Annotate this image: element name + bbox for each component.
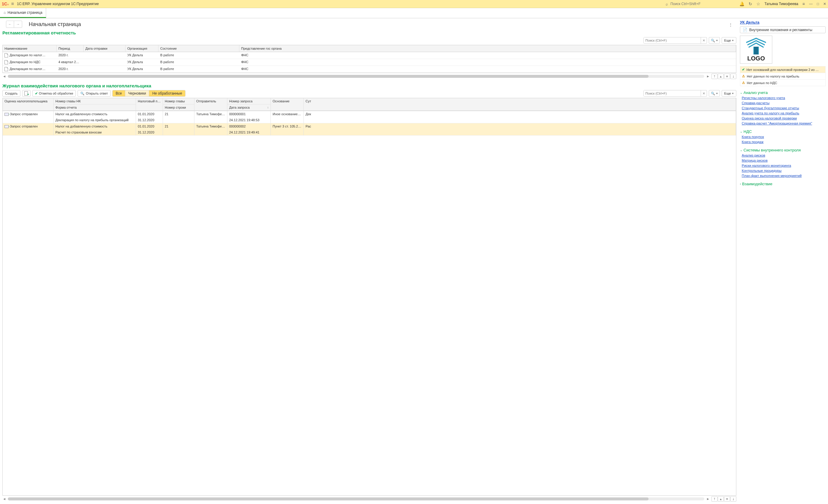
sidebar-link[interactable]: Стандартные бухгалтерские отчеты (742, 106, 826, 110)
sidebar-link[interactable]: Книга покупок (742, 135, 826, 139)
folder-icon: 📄 (743, 28, 747, 32)
reports-search-clear[interactable]: ✕ (701, 37, 707, 43)
notifications-icon[interactable]: 🔔 (739, 1, 744, 6)
copy-button[interactable] (22, 90, 31, 97)
journal-search-input[interactable] (644, 90, 701, 96)
sidebar-link[interactable]: Матрица рисков (742, 158, 826, 162)
table-row[interactable]: Декларация по НДС4 квартал 2…УК ДельтаВ … (3, 59, 736, 66)
col-gov[interactable]: Представление гос органа (239, 45, 736, 52)
status-row[interactable]: ⚠ Нет данных по НДС (740, 80, 825, 86)
check-icon: ✔ (35, 92, 38, 95)
username-label[interactable]: Татьяна Тимофеева (764, 2, 798, 6)
col-report-form[interactable]: Форма отчета (54, 104, 136, 111)
create-button[interactable]: Создать (2, 90, 20, 97)
window-close[interactable]: ✕ (823, 2, 826, 6)
table-row[interactable]: Запрос отправленНалог на добавленную сто… (3, 111, 736, 123)
journal-filter-button[interactable]: 🔍▾ (709, 90, 720, 97)
journal-hscrollbar[interactable] (8, 497, 704, 500)
svg-marker-5 (758, 47, 759, 54)
col-name[interactable]: Наименование (3, 45, 56, 52)
table-row[interactable]: Запрос отправленНалог на добавленную сто… (3, 123, 736, 136)
internal-docs-button[interactable]: 📄 Внутренние положения и регламенты (740, 26, 826, 33)
journal-more-button[interactable]: Еще▾ (722, 90, 736, 97)
seg-drafts[interactable]: Черновики (125, 90, 150, 96)
page-menu-icon[interactable]: ⋮ (729, 22, 733, 27)
reports-more-button[interactable]: Еще ▾ (722, 37, 736, 44)
col-state[interactable]: Состояние (159, 45, 239, 52)
group-analysis-toggle[interactable]: ⌄ Анализ учета (740, 90, 826, 95)
tab-home[interactable]: ⌂ Начальная страница (0, 8, 46, 18)
status-row[interactable]: ✔ Нет оснований для налоговой проверки 2… (740, 66, 825, 73)
page-up[interactable]: ▲ (718, 496, 724, 502)
seg-unprocessed[interactable]: Не обработанные (149, 90, 185, 96)
app-title: 1С:ERP. Управление холдингом 1С:Предприя… (17, 2, 99, 6)
col-org[interactable]: Организация (126, 45, 159, 52)
reports-search-input[interactable] (644, 37, 701, 43)
sidebar-link[interactable]: Справки-расчеты (742, 101, 826, 105)
scroll-left-icon[interactable]: ◀ (2, 75, 6, 78)
page-up[interactable]: ▲ (718, 74, 724, 79)
col-sender[interactable]: Отправитель (195, 98, 227, 104)
history-icon[interactable]: ↻ (749, 1, 752, 6)
page-down[interactable]: ▼ (724, 74, 730, 79)
global-search-input[interactable] (669, 1, 735, 7)
sidebar-link[interactable]: Контрольные процедуры (742, 169, 826, 172)
sidebar-link[interactable]: Анализ рисков (742, 153, 826, 157)
magnifier-icon: 🔍 (80, 92, 84, 95)
group-interact-toggle[interactable]: › Взаимодействие (740, 182, 826, 186)
group-nds-toggle[interactable]: ⌄ НДС (740, 129, 826, 134)
tabs-bar: ⌂ Начальная страница (0, 8, 828, 18)
sidebar-link[interactable]: Справка-расчет "Амортизационная премия" (742, 122, 826, 125)
sidebar-link[interactable]: Риски налогового мониторинга (742, 164, 826, 167)
sidebar-link[interactable]: Анализ учета по налогу на прибыль (742, 111, 826, 115)
mark-button[interactable]: ✔Отметка об обработке (32, 90, 76, 97)
col-chapter-num[interactable]: Номер главы НК (54, 98, 136, 104)
window-maximize[interactable]: □ (817, 2, 819, 6)
settings-icon[interactable]: ≡ (802, 1, 805, 6)
scroll-right-icon[interactable]: ▶ (706, 75, 710, 78)
page-header: ← → Начальная страница ⋮ (2, 18, 736, 29)
nav-forward[interactable]: → (14, 21, 22, 28)
page-first[interactable]: ⤒ (711, 74, 717, 79)
main-menu-icon[interactable]: ≡ (11, 1, 14, 7)
document-icon (4, 53, 8, 57)
status-row[interactable]: ⚠ Нет данных по налогу на прибыль (740, 73, 825, 80)
magnifier-icon: 🔍 (711, 39, 715, 43)
col-tax-period[interactable]: Налоговый период (136, 98, 163, 104)
seg-all[interactable]: Все (113, 90, 125, 96)
col-chapter[interactable]: Номер главы (163, 98, 195, 104)
reports-hscrollbar[interactable] (8, 75, 704, 78)
col-req-num[interactable]: Номер запроса (227, 98, 271, 104)
sidebar-link[interactable]: Оценка риска налоговой проверки (742, 117, 826, 120)
window-minimize[interactable]: — (809, 2, 813, 6)
chevron-down-icon: ⌄ (740, 91, 742, 94)
col-send-date[interactable]: Дата отправки (84, 45, 126, 52)
col-line[interactable]: Номер строки (163, 104, 195, 111)
scroll-right-icon[interactable]: ▶ (706, 497, 710, 500)
group-svk-toggle[interactable]: ⌄ Системы внутреннего контроля (740, 148, 826, 152)
page-down[interactable]: ▼ (724, 496, 730, 502)
sidebar-link[interactable]: План-факт выполнения мероприятий (742, 174, 826, 178)
col-essence[interactable]: Сут (304, 98, 736, 104)
magnifier-icon: 🔍 (711, 92, 715, 95)
page-last[interactable]: ⤓ (730, 496, 736, 502)
open-answer-button[interactable]: 🔍Открыть ответ (78, 90, 111, 97)
org-link[interactable]: УК Дельта (740, 20, 759, 25)
favorites-icon[interactable]: ☆ (756, 1, 760, 6)
nav-back[interactable]: ← (6, 21, 14, 28)
page-first[interactable]: ⤒ (711, 496, 717, 502)
journal-table-header: Оценка налогоплательщика Номер главы НК … (3, 98, 736, 111)
col-req-date[interactable]: Дата запроса↓ (227, 104, 271, 111)
reports-filter-button[interactable]: 🔍▾ (709, 37, 720, 44)
journal-search-clear[interactable]: ✕ (701, 90, 707, 96)
page-last[interactable]: ⤓ (730, 74, 736, 79)
col-period[interactable]: Период (56, 45, 84, 52)
table-row[interactable]: Декларация по налог…2020 г.УК ДельтаВ ра… (3, 66, 736, 73)
col-basis[interactable]: Основание (271, 98, 304, 104)
scroll-left-icon[interactable]: ◀ (2, 497, 6, 500)
sidebar-link[interactable]: Регистры налогового учета (742, 96, 826, 100)
sidebar-link[interactable]: Книга продаж (742, 140, 826, 144)
table-row[interactable]: Декларация по налог…2020 г.УК ДельтаВ ра… (3, 52, 736, 59)
journal-search-wrap: ✕ (644, 90, 707, 97)
col-rating[interactable]: Оценка налогоплательщика (3, 98, 54, 104)
